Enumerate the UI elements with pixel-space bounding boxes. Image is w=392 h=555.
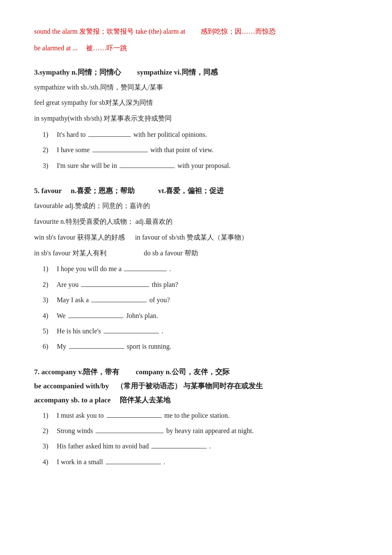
top-alarm-section: sound the alarm 发警报；吹警报号 take (the) alar… <box>34 26 358 55</box>
favour-ex4-blank <box>68 318 124 318</box>
phrase-sound-alarm: sound the alarm <box>34 28 78 35</box>
sympathy-def3: in sympathy(with sb/sth) 对某事表示支持或赞同 <box>34 113 358 125</box>
sympathy-ex3: 3) I'm sure she will be in with your pro… <box>43 159 358 172</box>
favour-ex2: 2) Are you this plan? <box>43 278 358 291</box>
favour-ex3-after: of you? <box>149 296 170 304</box>
sympathize-word: sympathize vi.同情，同感 <box>137 68 218 76</box>
ex1-num: 1) It's hard to <box>43 131 87 138</box>
accompany-ex1-after: me to the police station. <box>164 412 230 419</box>
accompany-ex2-after: by heavy rain appeared at night. <box>166 427 254 434</box>
favour-word: 5. favour n.喜爱；恩惠；帮助 vt.喜爱，偏袒；促进 <box>34 187 224 195</box>
section-favour: 5. favour n.喜爱；恩惠；帮助 vt.喜爱，偏袒；促进 favoura… <box>34 186 358 353</box>
phrase-take-alarm: take (the) alarm at <box>135 28 185 35</box>
favour-def4-part2: do sb a favour 帮助 <box>144 249 198 257</box>
favour-def4-part1: in sb's favour 对某人有利 <box>34 249 107 257</box>
favour-ex3-before: 3) May I ask a <box>43 296 90 304</box>
accompany-ex1-before: 1) I must ask you to <box>43 412 106 419</box>
accompany-ex3-blank <box>151 448 207 448</box>
sympathy-word: 3.sympathy n.同情；同情心 <box>34 68 135 76</box>
accompany-ex4-before: 4) I work in a small <box>43 458 105 465</box>
ex2-after: with that point of view. <box>150 146 214 153</box>
favour-ex1: 1) I hope you will do me a . <box>43 263 358 275</box>
favour-ex4: 4) We John's plan. <box>43 309 358 322</box>
ex1-after: with her political opinions. <box>133 131 207 138</box>
ex2-num: 2) I have some <box>43 146 92 153</box>
accompany-ex1: 1) I must ask you to me to the police st… <box>43 409 358 422</box>
accompany-ex4: 4) I work in a small . <box>43 456 358 468</box>
favour-heading: 5. favour n.喜爱；恩惠；帮助 vt.喜爱，偏袒；促进 <box>34 186 358 196</box>
favour-def3-part1: win sb's favour 获得某人的好感 <box>34 234 125 241</box>
favour-def4-space <box>108 249 144 257</box>
favour-def4: in sb's favour 对某人有利 do sb a favour 帮助 <box>34 247 358 260</box>
accompany-heading: 7. accompany v.陪伴，带有 company n.公司，友伴，交际 <box>34 367 358 377</box>
favour-ex2-after: this plan? <box>152 281 178 288</box>
favour-ex1-after: . <box>169 265 171 272</box>
section-sympathy: 3.sympathy n.同情；同情心 sympathize vi.同情，同感 … <box>34 67 358 173</box>
favour-ex4-after: John's plan. <box>126 312 158 319</box>
accompany-ex3-before: 3) His father asked him to avoid bad <box>43 442 150 450</box>
accompany-word: 7. accompany v.陪伴，带有 company n.公司，友伴，交际 <box>34 368 230 376</box>
accompany-ex4-blank <box>106 464 161 464</box>
favour-ex3-blank <box>91 302 147 302</box>
favour-ex2-blank <box>81 286 149 287</box>
be-accompanied: be accompanied with/by （常用于被动语态） 与某事物同时存… <box>34 382 263 390</box>
accompany-exercises: 1) I must ask you to me to the police st… <box>34 409 358 469</box>
favour-ex2-before: 2) Are you <box>43 281 80 288</box>
ex3-after: with your proposal. <box>177 162 231 169</box>
favour-ex5-after: . <box>161 327 163 335</box>
sympathy-exercises: 1) It's hard to with her political opini… <box>34 128 358 172</box>
accompany-ex1-blank <box>107 417 162 418</box>
favour-ex1-before: 1) I hope you will do me a <box>43 265 123 272</box>
favour-ex5-before: 5) He is his uncle's <box>43 327 103 335</box>
favour-ex4-before: 4) We <box>43 312 67 319</box>
phrase-sound-alarm-cn: 发警报；吹警报号 <box>79 28 135 35</box>
favour-ex6-after: sport is running. <box>127 343 171 350</box>
ex1-blank <box>88 136 131 137</box>
accompany-def1: be accompanied with/by （常用于被动语态） 与某事物同时存… <box>34 381 358 391</box>
favour-def3: win sb's favour 获得某人的好感 in favour of sb/… <box>34 231 358 244</box>
accompany-ex2-blank <box>95 433 164 433</box>
sympathy-ex1: 1) It's hard to with her political opini… <box>43 128 358 141</box>
favour-ex3: 3) May I ask a of you? <box>43 294 358 306</box>
favour-ex1-blank <box>124 271 167 271</box>
ex3-num: 3) I'm sure she will be in <box>43 162 118 169</box>
accompany-sb: accompany sb. to a place 陪伴某人去某地 <box>34 396 170 404</box>
section-accompany: 7. accompany v.陪伴，带有 company n.公司，友伴，交际 … <box>34 367 358 469</box>
favour-ex5-blank <box>104 333 159 333</box>
favour-def3-part2 <box>127 234 135 241</box>
accompany-ex3-after: . <box>209 442 211 450</box>
phrase-be-alarmed: be alarmed at ... <box>34 44 78 52</box>
favour-ex6: 6) My sport is running. <box>43 340 358 353</box>
accompany-ex3: 3) His father asked him to avoid bad . <box>43 440 358 453</box>
phrase-take-alarm-cn: 感到吃惊；因……而惊恐 <box>187 28 276 35</box>
accompany-ex2-before: 2) Strong winds <box>43 427 95 434</box>
favour-ex6-blank <box>69 348 124 349</box>
sympathy-ex2: 2) I have some with that point of view. <box>43 144 358 156</box>
alarm-line2: be alarmed at ... 被……吓一跳 <box>34 42 358 55</box>
ex3-blank <box>119 168 175 168</box>
favour-ex5: 5) He is his uncle's . <box>43 325 358 338</box>
sympathy-heading: 3.sympathy n.同情；同情心 sympathize vi.同情，同感 <box>34 67 358 77</box>
favour-def2: favourite n.特别受喜爱的人或物； adj.最喜欢的 <box>34 216 358 228</box>
phrase-be-alarmed-cn: 被……吓一跳 <box>79 44 127 52</box>
ex2-blank <box>92 152 148 152</box>
accompany-ex4-after: . <box>164 458 165 465</box>
sympathy-def2: feel great sympathy for sb对某人深为同情 <box>34 97 358 109</box>
favour-def3-part3: in favour of sb/sth 赞成某人（某事物） <box>135 234 248 241</box>
favour-def1: favourable adj.赞成的；同意的；嘉许的 <box>34 200 358 212</box>
accompany-ex2: 2) Strong winds by heavy rain appeared a… <box>43 425 358 437</box>
favour-ex6-before: 6) My <box>43 343 68 350</box>
alarm-line1: sound the alarm 发警报；吹警报号 take (the) alar… <box>34 26 358 38</box>
sympathy-def1: sympathize with sb./sth.同情，赞同某人/某事 <box>34 81 358 94</box>
accompany-def2: accompany sb. to a place 陪伴某人去某地 <box>34 395 358 405</box>
favour-exercises: 1) I hope you will do me a . 2) Are you … <box>34 263 358 353</box>
